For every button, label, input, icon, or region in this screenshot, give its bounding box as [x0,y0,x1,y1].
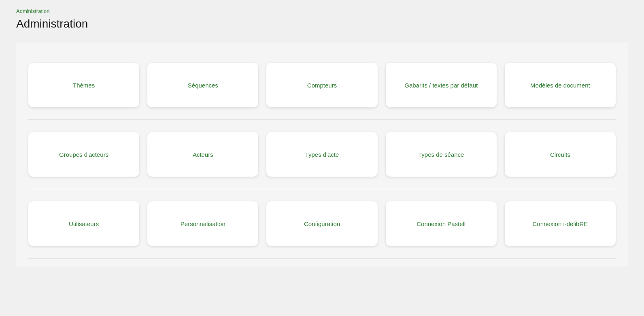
card-utilisateurs[interactable]: Utilisateurs [28,201,139,246]
page-title: Administration [16,17,628,30]
card-label-compteurs: Compteurs [301,78,343,93]
card-personnalisation[interactable]: Personnalisation [147,201,258,246]
breadcrumb[interactable]: Administration [16,8,628,14]
section-section3: UtilisateursPersonnalisationConfiguratio… [28,189,616,258]
card-label-circuits: Circuits [544,147,576,162]
card-types-acte[interactable]: Types d'acte [266,132,377,177]
card-label-utilisateurs: Utilisateurs [63,216,105,231]
cards-row-2: UtilisateursPersonnalisationConfiguratio… [28,197,616,250]
section-section2: Groupes d'acteursActeursTypes d'acteType… [28,120,616,189]
main-container: ThèmesSéquencesCompteursGabarits / texte… [16,43,628,267]
card-modeles[interactable]: Modèles de document [505,63,616,107]
card-label-themes: Thèmes [67,78,101,93]
card-label-sequences: Séquences [182,78,224,93]
card-types-seance[interactable]: Types de séance [386,132,497,177]
card-gabarits[interactable]: Gabarits / textes par défaut [386,63,497,107]
card-label-groupes-acteurs: Groupes d'acteurs [53,147,115,162]
card-label-connexion-idelibre: Connexion i-délibRE [527,216,594,231]
card-label-modeles: Modèles de document [524,78,596,93]
card-connexion-idelibre[interactable]: Connexion i-délibRE [505,201,616,246]
card-connexion-pastell[interactable]: Connexion Pastell [386,201,497,246]
card-label-acteurs: Acteurs [187,147,219,162]
card-label-personnalisation: Personnalisation [174,216,232,231]
card-compteurs[interactable]: Compteurs [266,63,377,107]
card-configuration[interactable]: Configuration [266,201,377,246]
card-themes[interactable]: Thèmes [28,63,139,107]
card-groupes-acteurs[interactable]: Groupes d'acteurs [28,132,139,177]
divider-2 [28,258,616,258]
card-acteurs[interactable]: Acteurs [147,132,258,177]
card-circuits[interactable]: Circuits [505,132,616,177]
cards-row-0: ThèmesSéquencesCompteursGabarits / texte… [28,59,616,111]
cards-row-1: Groupes d'acteursActeursTypes d'acteType… [28,128,616,181]
card-label-connexion-pastell: Connexion Pastell [410,216,472,231]
card-label-gabarits: Gabarits / textes par défaut [398,78,484,93]
section-section1: ThèmesSéquencesCompteursGabarits / texte… [28,51,616,120]
card-label-types-acte: Types d'acte [299,147,345,162]
card-label-types-seance: Types de séance [412,147,470,162]
card-sequences[interactable]: Séquences [147,63,258,107]
card-label-configuration: Configuration [298,216,346,231]
